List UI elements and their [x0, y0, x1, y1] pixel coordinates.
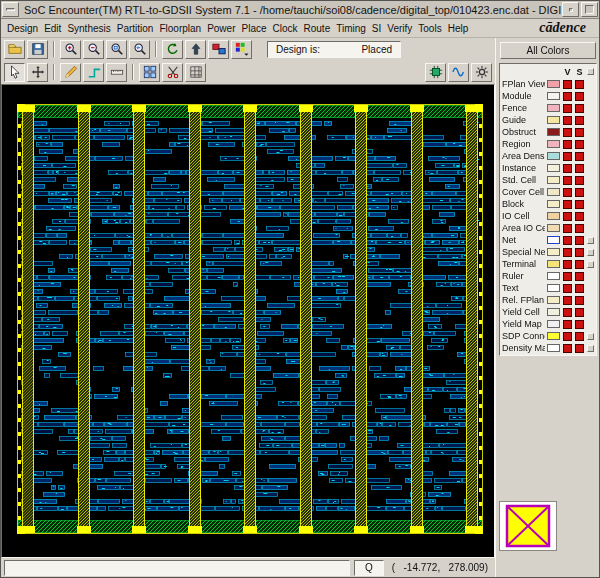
save-icon[interactable] [27, 40, 48, 59]
selectability-checkbox[interactable] [575, 92, 584, 101]
layer-row-net[interactable]: Net [502, 234, 594, 246]
visibility-checkbox[interactable] [563, 104, 572, 113]
menu-si[interactable]: SI [369, 21, 384, 36]
floorplan-canvas[interactable] [2, 85, 494, 557]
menu-synthesis[interactable]: Synthesis [64, 21, 113, 36]
visibility-checkbox[interactable] [563, 320, 572, 329]
layer-row-area-density[interactable]: Area Density [502, 150, 594, 162]
all-colors-dropdown[interactable]: All Colors [500, 42, 596, 59]
layer-row-density-map[interactable]: Density Map [502, 342, 594, 354]
selectability-checkbox[interactable] [575, 128, 584, 137]
zoom-in-icon[interactable] [60, 40, 81, 59]
layer-color-swatch[interactable] [547, 320, 560, 328]
visibility-checkbox[interactable] [563, 200, 572, 209]
visibility-checkbox[interactable] [563, 212, 572, 221]
menu-timing[interactable]: Timing [333, 21, 369, 36]
layer-color-swatch[interactable] [547, 284, 560, 292]
layer-row-instance[interactable]: Instance [502, 162, 594, 174]
layer-color-swatch[interactable] [547, 332, 560, 340]
selectability-checkbox[interactable] [575, 176, 584, 185]
wire-icon[interactable] [83, 63, 104, 82]
layer-row-cover-cell[interactable]: Cover Cell [502, 186, 594, 198]
array-icon[interactable] [139, 63, 160, 82]
layer-row-text[interactable]: Text [502, 282, 594, 294]
minimap[interactable] [505, 504, 551, 548]
visibility-checkbox[interactable] [563, 188, 572, 197]
selectability-checkbox[interactable] [575, 188, 584, 197]
visibility-checkbox[interactable] [563, 224, 572, 233]
selectability-checkbox[interactable] [575, 248, 584, 257]
visibility-checkbox[interactable] [563, 236, 572, 245]
layer-color-swatch[interactable] [547, 272, 560, 280]
window-menu-button[interactable] [2, 2, 19, 17]
menu-floorplan[interactable]: Floorplan [156, 21, 204, 36]
visibility-checkbox[interactable] [563, 272, 572, 281]
layer-color-swatch[interactable] [547, 296, 560, 304]
layer-color-swatch[interactable] [547, 200, 560, 208]
layer-row-sdp-connect[interactable]: SDP Connect [502, 330, 594, 342]
menu-help[interactable]: Help [445, 21, 472, 36]
selectability-checkbox[interactable] [575, 224, 584, 233]
menu-power[interactable]: Power [204, 21, 238, 36]
selectability-checkbox[interactable] [575, 284, 584, 293]
ruler-icon[interactable] [106, 63, 127, 82]
selectability-checkbox[interactable] [575, 164, 584, 173]
menu-route[interactable]: Route [301, 21, 334, 36]
selectability-checkbox[interactable] [575, 200, 584, 209]
menu-tools[interactable]: Tools [415, 21, 444, 36]
move-icon[interactable] [27, 63, 48, 82]
layer-color-swatch[interactable] [547, 176, 560, 184]
layer-row-obstruct[interactable]: Obstruct [502, 126, 594, 138]
visibility-checkbox[interactable] [563, 296, 572, 305]
visibility-checkbox[interactable] [563, 260, 572, 269]
selectability-checkbox[interactable] [575, 152, 584, 161]
layer-row-yield-map[interactable]: Yield Map [502, 318, 594, 330]
visibility-checkbox[interactable] [563, 332, 572, 341]
layer-color-swatch[interactable] [547, 248, 560, 256]
layer-color-swatch[interactable] [547, 236, 560, 244]
selectability-checkbox[interactable] [575, 80, 584, 89]
zoom-out-icon[interactable] [83, 40, 104, 59]
layer-row-ruler[interactable]: Ruler [502, 270, 594, 282]
menu-place[interactable]: Place [238, 21, 269, 36]
layer-color-swatch[interactable] [547, 152, 560, 160]
layer-color-swatch[interactable] [547, 344, 560, 352]
open-icon[interactable] [4, 40, 25, 59]
visibility-checkbox[interactable] [563, 92, 572, 101]
layer-row-terminal[interactable]: Terminal [502, 258, 594, 270]
visibility-checkbox[interactable] [563, 344, 572, 353]
layer-options-box[interactable] [587, 237, 594, 244]
grid-icon[interactable] [185, 63, 206, 82]
visibility-checkbox[interactable] [563, 128, 572, 137]
visibility-checkbox[interactable] [563, 116, 572, 125]
layer-row-module[interactable]: Module [502, 90, 594, 102]
layer-row-std-cell[interactable]: Std. Cell [502, 174, 594, 186]
visibility-checkbox[interactable] [563, 140, 572, 149]
layer-color-swatch[interactable] [547, 260, 560, 268]
selectability-checkbox[interactable] [575, 104, 584, 113]
layer-row-area-io-cell[interactable]: Area IO Cell [502, 222, 594, 234]
visibility-checkbox[interactable] [563, 284, 572, 293]
layer-row-rel-fplan[interactable]: Rel. FPlan [502, 294, 594, 306]
layer-color-swatch[interactable] [547, 224, 560, 232]
selectability-checkbox[interactable] [575, 272, 584, 281]
layer-row-guide[interactable]: Guide [502, 114, 594, 126]
layer-row-special-net[interactable]: Special Net [502, 246, 594, 258]
selectability-checkbox[interactable] [575, 236, 584, 245]
selectability-checkbox[interactable] [575, 116, 584, 125]
zoom-fit-icon[interactable] [106, 40, 127, 59]
layer-row-region[interactable]: Region [502, 138, 594, 150]
minimize-button[interactable] [562, 2, 579, 17]
layer-color-swatch[interactable] [547, 164, 560, 172]
layer-row-fplan-view[interactable]: FPlan View [502, 78, 594, 90]
layer-row-fence[interactable]: Fence [502, 102, 594, 114]
layer-color-swatch[interactable] [547, 80, 560, 88]
selectability-checkbox[interactable] [575, 260, 584, 269]
visibility-checkbox[interactable] [563, 152, 572, 161]
pencil-icon[interactable] [60, 63, 81, 82]
cut-icon[interactable] [162, 63, 183, 82]
layer-color-swatch[interactable] [547, 116, 560, 124]
layer-color-swatch[interactable] [547, 140, 560, 148]
swap-icon[interactable] [208, 40, 229, 59]
chip-icon[interactable] [425, 63, 446, 82]
